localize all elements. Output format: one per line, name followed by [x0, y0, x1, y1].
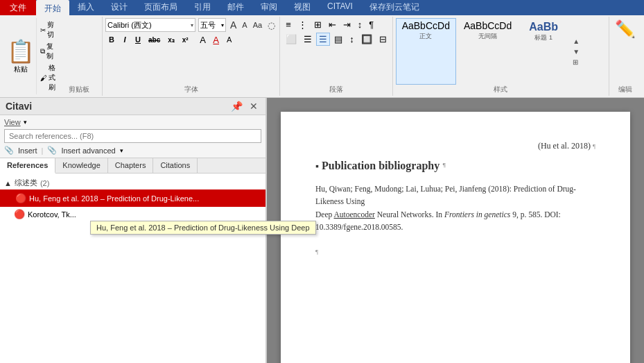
sort-button[interactable]: ↕: [355, 18, 365, 31]
tab-citations[interactable]: Citations: [153, 158, 198, 173]
citation-line: (Hu et al. 2018) ¶: [315, 140, 595, 152]
font-shrink-button[interactable]: A: [241, 21, 248, 29]
borders-button[interactable]: ⊟: [376, 33, 390, 46]
document-page[interactable]: (Hu et al. 2018) ¶ Publication bibliogra…: [281, 112, 630, 363]
increase-indent-button[interactable]: ⇥: [340, 18, 354, 31]
category-row[interactable]: ▲ 综述类 (2): [0, 176, 266, 189]
style-heading1-label: 标题 1: [534, 33, 552, 42]
body-line2: Deep Autoencoder Neural Networks. In Fro…: [315, 210, 561, 219]
tab-mail[interactable]: 邮件: [219, 0, 252, 17]
shading-para-button[interactable]: 🔲: [358, 33, 375, 46]
insert-advanced-button[interactable]: Insert advanced: [61, 146, 115, 155]
tab-citavi[interactable]: CITAVI: [319, 0, 361, 17]
tab-references[interactable]: References: [0, 158, 55, 174]
reference-list: ▲ 综述类 (2) 🔴 Hu, Feng et al. 2018 – Predi…: [0, 174, 266, 363]
insert-divider: |: [42, 146, 44, 155]
strikethrough-button[interactable]: abc: [145, 35, 164, 45]
body-line3: 10.3389/fgene.2018.00585.: [315, 223, 403, 231]
ref-text-0: Hu, Feng et al. 2018 – Prediction of Dru…: [29, 194, 199, 203]
file-tab[interactable]: 文件: [0, 0, 36, 15]
style-normal[interactable]: AaBbCcDd 正文: [396, 18, 456, 85]
editing-group-label: 编辑: [618, 85, 632, 94]
citation-text: (Hu et al. 2018): [538, 141, 591, 151]
clear-format-button[interactable]: ◌: [266, 20, 277, 31]
line-spacing-button[interactable]: ↕: [347, 33, 357, 46]
style-heading1[interactable]: AaBb 标题 1: [519, 18, 568, 85]
font-size-dropdown-icon[interactable]: ▾: [221, 22, 224, 28]
font-row2: B I U abc x₂ x² A A A: [105, 33, 277, 46]
ribbon-title-bar: 文件 开始 插入 设计 页面布局 引用 邮件 审阅 视图 CITAVI 保存到云…: [0, 0, 644, 15]
subscript-button[interactable]: x₂: [164, 35, 178, 45]
align-justify-button[interactable]: ☰: [316, 33, 330, 46]
styles-scroll[interactable]: ▲ ▼ ⊞: [569, 18, 583, 85]
font-name-selector[interactable]: Calibri (西文) ▾: [105, 18, 195, 32]
font-size-selector[interactable]: 五号 ▾: [198, 18, 226, 32]
doc-empty-para: ¶: [315, 245, 595, 258]
citavi-pin-button[interactable]: 📌: [229, 101, 245, 112]
align-right-button[interactable]: ▤: [331, 33, 345, 46]
tab-insert[interactable]: 插入: [69, 0, 103, 17]
numbering-button[interactable]: ⋮: [295, 18, 310, 31]
tab-view[interactable]: 视图: [286, 0, 319, 17]
scissors-icon: ✂: [40, 26, 46, 34]
tab-knowledge[interactable]: Knowledge: [55, 158, 107, 173]
view-label[interactable]: View: [4, 118, 21, 126]
multilevel-button[interactable]: ⊞: [311, 18, 324, 31]
tab-start[interactable]: 开始: [36, 0, 69, 17]
citavi-toolbar: View ▾ 📎 Insert | 📎 Insert advanced ▾: [0, 115, 266, 158]
empty-para-mark: ¶: [315, 248, 318, 255]
format-painter-button[interactable]: 🖌 格式刷: [38, 62, 58, 93]
show-marks-button[interactable]: ¶: [366, 18, 376, 31]
category-count: (2): [40, 179, 49, 187]
text-highlight-button[interactable]: A: [197, 33, 209, 46]
editing-icon[interactable]: ✏️: [612, 18, 638, 40]
ref-icon-1: 🔴: [14, 209, 25, 219]
clipboard-sub: ✂ 剪切 ⧉ 复制 🖌 格式刷: [36, 18, 59, 94]
tab-chapters[interactable]: Chapters: [108, 158, 154, 173]
styles-more-icon[interactable]: ⊞: [571, 58, 582, 67]
editing-group: ✏️ 编辑: [609, 17, 641, 96]
style-no-space-preview: AaBbCcDd: [464, 20, 512, 32]
style-heading1-preview: AaBb: [529, 20, 558, 33]
style-no-space-label: 无间隔: [478, 32, 497, 41]
tab-ref[interactable]: 引用: [186, 0, 219, 17]
styles-row: AaBbCcDd 正文 AaBbCcDd 无间隔 AaBb 标题 1 ▲ ▼ ⊞: [396, 18, 606, 85]
insert-adv-dropdown-icon[interactable]: ▾: [120, 147, 123, 154]
paste-icon: 📋: [7, 38, 35, 65]
align-left-button[interactable]: ⬜: [283, 33, 299, 46]
styles-up-icon[interactable]: ▲: [571, 37, 582, 46]
paste-button[interactable]: 📋 粘贴: [6, 18, 36, 94]
decrease-indent-button[interactable]: ⇤: [326, 18, 339, 31]
shading-button[interactable]: A: [223, 33, 236, 46]
underline-button[interactable]: U: [132, 34, 144, 45]
citavi-close-button[interactable]: ✕: [247, 101, 260, 112]
ref-item-1[interactable]: 🔴 Korotcov, Tk...: [0, 207, 266, 221]
copy-button[interactable]: ⧉ 复制: [38, 41, 58, 62]
tab-design[interactable]: 设计: [103, 0, 136, 17]
align-center-button[interactable]: ☰: [301, 33, 315, 46]
insert-button[interactable]: Insert: [18, 146, 37, 155]
view-dropdown-icon[interactable]: ▾: [24, 119, 27, 126]
insert-row: 📎 Insert | 📎 Insert advanced ▾: [4, 146, 261, 155]
tab-layout[interactable]: 页面布局: [136, 0, 186, 17]
word-document-area: (Hu et al. 2018) ¶ Publication bibliogra…: [267, 98, 644, 363]
clipboard-group: 📋 粘贴 ✂ 剪切 ⧉ 复制 🖌 格式刷 剪贴板: [3, 17, 103, 96]
italic-button[interactable]: I: [119, 34, 131, 45]
bold-button[interactable]: B: [105, 34, 118, 45]
ribbon: 📋 粘贴 ✂ 剪切 ⧉ 复制 🖌 格式刷 剪贴板 Calibri (西文) ▾: [0, 15, 644, 98]
citavi-controls: 📌 ✕: [229, 101, 260, 112]
style-no-space[interactable]: AaBbCcDd 无间隔: [458, 18, 518, 85]
ref-item-0[interactable]: 🔴 Hu, Feng et al. 2018 – Prediction of D…: [0, 189, 266, 207]
styles-down-icon[interactable]: ▼: [571, 47, 582, 56]
case-button[interactable]: Aa: [252, 21, 263, 29]
search-input[interactable]: [4, 129, 261, 143]
tab-cloud[interactable]: 保存到云笔记: [361, 0, 428, 17]
cut-button[interactable]: ✂ 剪切: [38, 19, 58, 40]
font-color-button[interactable]: A: [210, 33, 223, 46]
font-grow-button[interactable]: A: [229, 19, 238, 31]
tab-review[interactable]: 审阅: [252, 0, 286, 17]
bullets-button[interactable]: ≡: [283, 18, 294, 31]
para-row2: ⬜ ☰ ☰ ▤ ↕ 🔲 ⊟: [283, 33, 390, 46]
superscript-button[interactable]: x²: [179, 35, 192, 45]
font-name-dropdown-icon[interactable]: ▾: [191, 22, 193, 28]
